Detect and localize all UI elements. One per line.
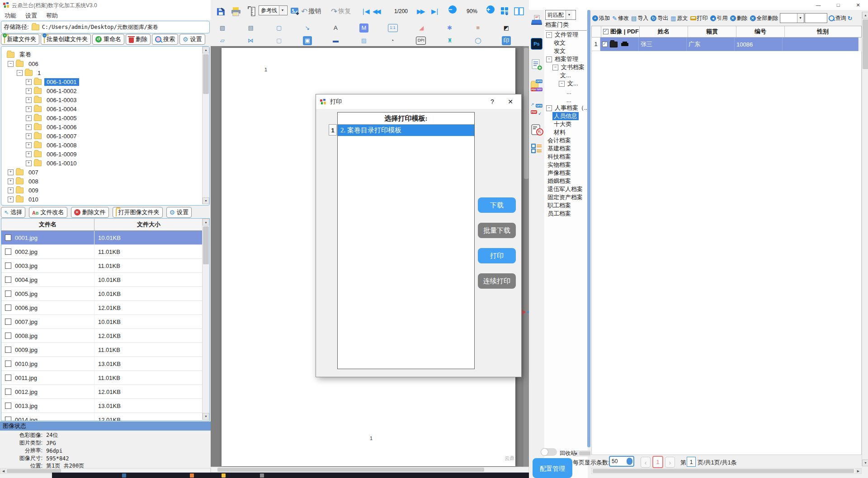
left-toolbar-search-button[interactable]: 搜索	[152, 34, 178, 45]
folder-tree-scrollbar[interactable]: ▲ ▼	[202, 47, 209, 204]
gender-column-header[interactable]: 性别	[785, 26, 861, 37]
record-row[interactable]: 1张三广东10086	[591, 37, 862, 51]
tree-item[interactable]: +006-1-0010	[1, 159, 200, 168]
marquee-select-icon[interactable]: ▢	[274, 23, 283, 33]
tree-expand-icon[interactable]: +	[26, 151, 32, 157]
tree-item[interactable]: +006-1-0008	[1, 141, 200, 150]
undo-button[interactable]: ↶ 撤销	[301, 5, 321, 17]
tree-item[interactable]: +006-1-0006	[1, 122, 200, 131]
category-item[interactable]: 婚姻档案	[544, 177, 588, 185]
tree-item[interactable]: +008	[1, 177, 200, 186]
timer-icon[interactable]: ◔	[388, 36, 397, 45]
file-checkbox[interactable]	[5, 347, 11, 353]
file-checkbox[interactable]	[5, 389, 11, 395]
template-list-item[interactable]: 2. 案卷目录打印模板	[338, 125, 474, 136]
file-checkbox[interactable]	[5, 262, 11, 269]
deskew-icon[interactable]: ▱	[218, 36, 227, 45]
dashed-select-icon[interactable]: ▢	[274, 36, 283, 45]
category-item[interactable]: 职工档案	[544, 202, 588, 210]
menu-1[interactable]: 设置	[21, 10, 42, 22]
file-row[interactable]: 0003.jpg11.01KB	[1, 259, 209, 273]
image-pdf-column-header[interactable]: 图像 | PDF	[601, 26, 640, 37]
record-filter-dropdown[interactable]: ▼	[780, 13, 804, 23]
taskbar-folder-icon[interactable]	[222, 473, 226, 478]
file-row[interactable]: 0014.jpg12.01KB	[1, 413, 209, 421]
taskbar-app-icon[interactable]	[122, 473, 126, 478]
file-checkbox[interactable]	[5, 276, 11, 283]
facing-pages-button[interactable]	[514, 5, 524, 17]
select-all-checkbox[interactable]	[603, 29, 609, 34]
current-page-button[interactable]: 1	[652, 456, 663, 468]
record-toolbar-original-button[interactable]: ▥原文	[670, 14, 689, 22]
redo-button[interactable]: ↷ 恢复	[331, 5, 351, 17]
tree-expand-icon[interactable]: +	[26, 142, 32, 148]
file-row[interactable]: 0007.jpg10.01KB	[1, 315, 209, 329]
file-toolbar-rename-files-button[interactable]: AB文件改名	[29, 207, 67, 218]
minimize-button[interactable]: —	[808, 0, 828, 10]
tree-item[interactable]: +006-1-0001	[1, 77, 200, 86]
thumbnail-view-button[interactable]	[500, 5, 510, 17]
tree-expand-icon[interactable]: −	[17, 70, 23, 76]
tree-expand-icon[interactable]: +	[8, 169, 14, 175]
file-checkbox[interactable]	[5, 417, 11, 421]
tree-item[interactable]: +006-1-0002	[1, 86, 200, 95]
one-to-one-icon[interactable]: 1:1	[388, 24, 398, 32]
record-vscrollbar[interactable]: ▲ ▼	[862, 12, 868, 466]
record-checkbox[interactable]	[602, 42, 608, 47]
name-column-header[interactable]: 姓名	[640, 26, 688, 37]
tree-expand-icon[interactable]: +	[8, 178, 14, 184]
record-toolbar-cite-button[interactable]: ◂引用	[709, 14, 729, 22]
folder-icon[interactable]	[610, 42, 618, 47]
file-row[interactable]: 0012.jpg12.01KB	[1, 385, 209, 399]
file-size-column-header[interactable]: 文件大小	[94, 219, 203, 230]
record-search-input[interactable]	[805, 13, 827, 23]
taskbar-app-icon[interactable]	[190, 473, 194, 478]
file-row[interactable]: 0008.jpg12.01KB	[1, 329, 209, 343]
tree-expand-icon[interactable]: +	[26, 124, 32, 130]
tree-item[interactable]: +006-1-0007	[1, 131, 200, 141]
recycle-bin-toggle[interactable]	[541, 448, 557, 456]
save-button[interactable]	[216, 5, 226, 17]
file-row[interactable]: 0009.jpg11.01KB	[1, 343, 209, 357]
copy-page-icon[interactable]: ▧	[218, 23, 227, 33]
left-toolbar-batch-create-folder-button[interactable]: −批量创建文件夹	[41, 34, 91, 45]
file-name-column-header[interactable]: 文件名	[1, 219, 94, 230]
left-toolbar-rename-button[interactable]: ↺重命名	[92, 34, 124, 45]
record-toolbar-add-button[interactable]: +添加	[591, 14, 611, 22]
category-item[interactable]: −文...	[544, 80, 588, 88]
native-place-column-header[interactable]: 籍贯	[688, 26, 736, 37]
scan-print-icon[interactable]: ▤	[246, 23, 255, 33]
print-mark-icon[interactable]: 印	[502, 36, 511, 45]
file-checkbox[interactable]	[5, 319, 11, 325]
file-checkbox[interactable]	[5, 403, 11, 409]
tree-expand-icon[interactable]: +	[26, 106, 32, 112]
category-item[interactable]: 基建档案	[544, 145, 588, 153]
menu-2[interactable]: 帮助	[42, 10, 62, 22]
previous-results-page-button[interactable]: ‹	[641, 457, 651, 468]
category-item[interactable]: 实物档案	[544, 161, 588, 169]
canvas-vscrollbar[interactable]	[524, 46, 529, 467]
record-toolbar-export-button[interactable]: ↻导出	[650, 14, 669, 22]
category-item[interactable]: −文件管理	[544, 31, 588, 39]
page-size-spinner[interactable]: 50	[609, 456, 634, 467]
file-row[interactable]: 0011.jpg11.01KB	[1, 371, 209, 385]
file-row[interactable]: 0013.jpg13.01KB	[1, 399, 209, 413]
left-toolbar-settings-button[interactable]: ⚙设置	[179, 34, 205, 45]
record-toolbar-import-button[interactable]: ▤导入	[630, 14, 649, 22]
format-convert-button[interactable]: OFD PDF TIFF	[531, 80, 542, 91]
dpi-icon[interactable]: DPI	[416, 37, 426, 45]
category-item[interactable]: 员工档案	[544, 210, 588, 218]
photoshop-button[interactable]: Ps	[531, 38, 542, 50]
photo-icon[interactable]: ▣	[303, 36, 312, 45]
tree-expand-icon[interactable]: +	[26, 79, 32, 85]
tree-expand-icon[interactable]: −	[546, 105, 552, 111]
export-image-button[interactable]	[290, 5, 300, 17]
number-column-header[interactable]: 编号	[736, 26, 785, 37]
tree-item[interactable]: −006	[1, 59, 200, 68]
spinner-handle-icon[interactable]	[627, 458, 632, 465]
next-page-button[interactable]: ▶▶	[417, 5, 424, 17]
category-item[interactable]: −人事档案（...	[544, 104, 588, 112]
file-checkbox[interactable]	[5, 291, 11, 297]
zoom-in-button[interactable]: +	[486, 5, 495, 14]
category-item[interactable]: 收文	[544, 39, 588, 47]
